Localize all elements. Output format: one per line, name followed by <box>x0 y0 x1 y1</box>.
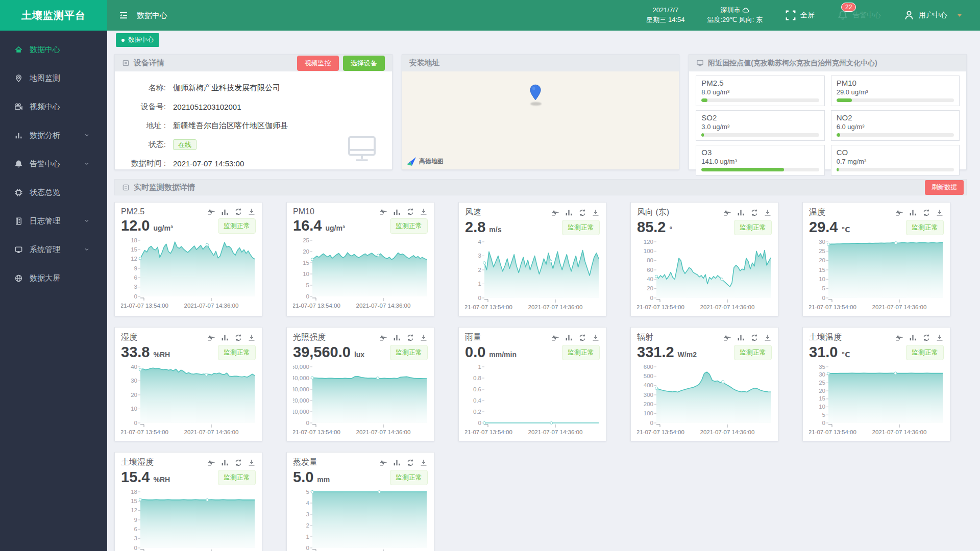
chart-title: 辐射 <box>637 332 653 343</box>
line-chart-icon[interactable] <box>207 208 215 216</box>
svg-text:3: 3 <box>134 535 137 541</box>
topbar-nav-label[interactable]: 数据中心 <box>137 11 167 20</box>
line-chart-icon[interactable] <box>207 333 215 342</box>
bar-chart-icon[interactable] <box>220 208 229 216</box>
field-label: 数据时间 : <box>122 159 166 168</box>
realtime-section-title: 实时监测数据详情 <box>134 183 195 192</box>
bar-chart-icon[interactable] <box>393 208 401 216</box>
download-icon[interactable] <box>248 208 256 216</box>
bar-chart-icon[interactable] <box>737 208 745 217</box>
download-icon[interactable] <box>936 208 944 217</box>
menu-fold-icon[interactable] <box>118 10 129 20</box>
user-center-button[interactable]: 用户中心 <box>903 10 947 21</box>
refresh-icon[interactable] <box>234 458 242 467</box>
sensor-unit: ug/m³ <box>153 224 173 232</box>
svg-text:20: 20 <box>303 248 309 255</box>
line-chart-icon[interactable] <box>207 458 215 467</box>
sensor-unit: %RH <box>153 350 170 359</box>
breadcrumb-tab[interactable]: 数据中心 <box>116 33 159 47</box>
line-chart-icon[interactable] <box>895 208 903 217</box>
sidebar-item-label: 视频中心 <box>30 102 60 112</box>
select-device-button[interactable]: 选择设备 <box>343 56 385 71</box>
download-icon[interactable] <box>248 333 256 342</box>
video-monitor-button[interactable]: 视频监控 <box>297 56 339 71</box>
progress-track <box>701 98 819 102</box>
sidebar-item[interactable]: 日志管理 <box>0 209 107 233</box>
refresh-icon[interactable] <box>406 458 414 467</box>
sidebar-item[interactable]: 地图监测 <box>0 66 107 90</box>
bar-chart-icon[interactable] <box>565 333 573 342</box>
bar-chart-icon[interactable] <box>909 208 917 217</box>
pollutant-label: SO2 <box>701 113 819 122</box>
alarm-center-button[interactable]: 22 告警中心 <box>837 10 881 21</box>
fullscreen-button[interactable]: 全屏 <box>785 10 815 21</box>
sidebar-item[interactable]: 视频中心 <box>0 95 107 118</box>
monitor-icon <box>14 245 23 254</box>
bar-chart-icon[interactable] <box>565 208 573 217</box>
progress-fill <box>837 98 852 102</box>
refresh-icon[interactable] <box>406 333 414 342</box>
line-chart-icon[interactable] <box>895 333 903 342</box>
refresh-icon[interactable] <box>578 208 586 217</box>
refresh-icon[interactable] <box>750 208 758 217</box>
svg-text:2021-07-07 14:36:00: 2021-07-07 14:36:00 <box>184 303 239 309</box>
progress-track <box>837 168 954 171</box>
line-chart-icon[interactable] <box>551 333 559 342</box>
refresh-icon[interactable] <box>750 333 758 342</box>
download-icon[interactable] <box>420 333 428 342</box>
refresh-icon[interactable] <box>578 333 586 342</box>
line-chart-icon[interactable] <box>379 458 387 467</box>
progress-fill <box>701 133 704 137</box>
download-icon[interactable] <box>420 458 428 467</box>
caret-down-icon[interactable] <box>957 13 963 18</box>
sensor-chart-card: PM2.512.0ug/m³监测正常03691215182021-07-07 1… <box>114 202 262 316</box>
map-canvas[interactable]: 高德地图 <box>402 71 679 169</box>
pollutant-item: O3141.0 ug/m³ <box>696 145 824 176</box>
refresh-icon[interactable] <box>406 208 414 216</box>
bar-chart-icon[interactable] <box>220 333 229 342</box>
bar-chart-icon[interactable] <box>737 333 745 342</box>
download-icon[interactable] <box>764 208 772 217</box>
sidebar-item[interactable]: 告警中心 <box>0 152 107 176</box>
map-marker-icon[interactable] <box>529 84 542 101</box>
area-chart: 03691215182021-07-07 13:54:002021-07-07 … <box>121 235 257 312</box>
svg-text:35: 35 <box>819 364 825 370</box>
sidebar-item[interactable]: 状态总览 <box>0 181 107 204</box>
line-chart-icon[interactable] <box>551 208 559 217</box>
sidebar-item-label: 系统管理 <box>30 245 60 255</box>
sidebar-item[interactable]: 系统管理 <box>0 238 107 261</box>
svg-text:6: 6 <box>134 526 137 532</box>
line-chart-icon[interactable] <box>379 208 387 216</box>
sidebar-item[interactable]: 数据分析 <box>0 123 107 147</box>
line-chart-icon[interactable] <box>379 333 387 342</box>
bar-chart-icon[interactable] <box>393 333 401 342</box>
area-chart: 0123452021-07-07 13:54:002021-07-07 14:3… <box>293 487 429 551</box>
download-icon[interactable] <box>248 458 256 467</box>
line-chart-icon[interactable] <box>723 208 731 217</box>
download-icon[interactable] <box>764 333 772 342</box>
alarm-badge: 22 <box>841 3 856 12</box>
sidebar-item[interactable]: 数据中心 <box>0 38 107 61</box>
sidebar-item[interactable]: 数据大屏 <box>0 266 107 290</box>
bar-chart-icon <box>14 131 23 140</box>
refresh-icon[interactable] <box>922 333 930 342</box>
device-field-row: 地址 :新疆维吾尔自治区喀什地区伽师县 <box>122 116 392 135</box>
download-icon[interactable] <box>592 208 600 217</box>
download-icon[interactable] <box>592 333 600 342</box>
refresh-icon[interactable] <box>922 208 930 217</box>
sensor-value: 39,560.0 <box>293 344 351 361</box>
svg-text:2021-07-07 13:54:00: 2021-07-07 13:54:00 <box>121 429 168 435</box>
refresh-icon[interactable] <box>234 208 242 216</box>
bar-chart-icon[interactable] <box>393 458 401 467</box>
download-icon[interactable] <box>936 333 944 342</box>
refresh-data-button[interactable]: 刷新数据 <box>925 180 964 195</box>
bar-chart-icon[interactable] <box>909 333 917 342</box>
globe-icon <box>14 274 23 283</box>
line-chart-icon[interactable] <box>723 333 731 342</box>
sensor-value: 15.4 <box>121 469 150 486</box>
video-camera-icon <box>14 103 23 111</box>
refresh-icon[interactable] <box>234 333 242 342</box>
chart-title: 雨量 <box>465 332 481 343</box>
download-icon[interactable] <box>420 208 428 216</box>
bar-chart-icon[interactable] <box>220 458 229 467</box>
